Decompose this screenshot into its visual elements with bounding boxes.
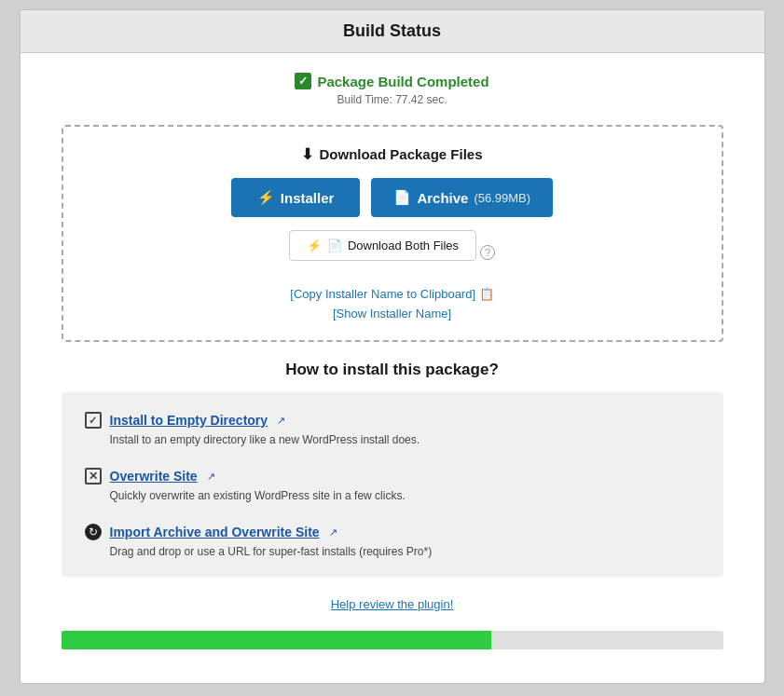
download-section-title: ⬇ Download Package Files	[82, 145, 703, 163]
progress-bar-container	[62, 631, 723, 649]
copy-link-container: [Copy Installer Name to Clipboard] 📋 [Sh…	[82, 287, 703, 321]
help-review-section: Help review the plugin!	[43, 595, 742, 612]
archive-button[interactable]: 📄 Archive (56.99MB)	[371, 178, 553, 217]
build-time-label: Build Time:	[337, 93, 392, 106]
install-option-empty-dir: ✓ Install to Empty Directory ↗ Install t…	[84, 411, 701, 446]
download-both-label: Download Both Files	[348, 239, 459, 252]
overwrite-site-label: Overwrite Site	[110, 469, 198, 484]
main-window: Build Status ✓ Package Build Completed B…	[20, 9, 765, 684]
download-both-lightning-icon: ⚡	[307, 239, 322, 252]
show-name-text: [Show Installer Name]	[333, 307, 451, 321]
title-bar: Build Status	[21, 10, 764, 53]
download-icon: ⬇	[301, 145, 313, 163]
install-option-overwrite: ✕ Overwrite Site ↗ Quickly overwrite an …	[84, 467, 701, 502]
import-archive-desc: Drag and drop or use a URL for super-fas…	[110, 545, 701, 558]
arrow-circle-icon: ↻	[84, 523, 103, 541]
show-installer-name-link[interactable]: [Show Installer Name]	[333, 307, 451, 321]
download-both-button[interactable]: ⚡ 📄 Download Both Files	[289, 230, 476, 261]
how-to-title: How to install this package?	[62, 361, 723, 379]
download-both-row: ⚡ 📄 Download Both Files ?	[82, 230, 703, 274]
archive-file-icon: 📄	[393, 189, 411, 206]
help-review-link[interactable]: Help review the plugin!	[331, 597, 454, 611]
download-section-title-text: Download Package Files	[319, 146, 482, 162]
progress-bar-fill	[62, 631, 492, 649]
help-review-text: Help review the plugin!	[331, 597, 454, 611]
box-check-icon: ✓	[84, 411, 103, 430]
build-completed: ✓ Package Build Completed	[295, 73, 488, 89]
install-empty-dir-label: Install to Empty Directory	[110, 413, 268, 428]
installer-button[interactable]: ⚡ Installer	[231, 178, 361, 217]
build-completed-label: Package Build Completed	[317, 74, 488, 89]
build-time-value: 77.42 sec.	[395, 93, 447, 106]
copy-installer-name-link[interactable]: [Copy Installer Name to Clipboard] 📋	[82, 287, 703, 301]
overwrite-site-link[interactable]: Overwrite Site	[110, 469, 198, 484]
how-to-section: How to install this package? ✓ Install t…	[62, 361, 723, 577]
copy-link-text: [Copy Installer Name to Clipboard]	[290, 287, 475, 301]
install-option-empty-dir-title: ✓ Install to Empty Directory ↗	[84, 411, 701, 430]
external-link-icon-0: ↗	[277, 415, 285, 427]
install-option-import-title: ↻ Import Archive and Overwrite Site ↗	[84, 523, 701, 541]
external-link-icon-1: ↗	[207, 471, 215, 483]
install-option-overwrite-title: ✕ Overwrite Site ↗	[84, 467, 701, 485]
external-link-icon-2: ↗	[329, 526, 337, 539]
install-option-import: ↻ Import Archive and Overwrite Site ↗ Dr…	[84, 523, 701, 558]
import-archive-link[interactable]: Import Archive and Overwrite Site	[110, 525, 320, 539]
progress-section	[43, 631, 742, 664]
build-time: Build Time: 77.42 sec.	[43, 93, 742, 106]
installer-lightning-icon: ⚡	[257, 189, 275, 206]
download-package-section: ⬇ Download Package Files ⚡ Installer 📄 A…	[62, 125, 723, 342]
install-options-container: ✓ Install to Empty Directory ↗ Install t…	[62, 392, 723, 577]
install-empty-dir-desc: Install to an empty directory like a new…	[110, 433, 701, 446]
overwrite-site-desc: Quickly overwrite an existing WordPress …	[110, 489, 701, 502]
install-empty-dir-link[interactable]: Install to Empty Directory	[110, 413, 268, 428]
archive-label: Archive	[417, 190, 468, 206]
import-archive-label: Import Archive and Overwrite Site	[110, 525, 320, 539]
clipboard-icon: 📋	[479, 287, 494, 301]
main-content: ✓ Package Build Completed Build Time: 77…	[21, 53, 764, 683]
page-title: Build Status	[35, 21, 750, 41]
download-buttons-row: ⚡ Installer 📄 Archive (56.99MB)	[82, 178, 703, 217]
archive-size: (56.99MB)	[474, 191, 530, 205]
checkmark-icon: ✓	[295, 73, 311, 89]
build-status-section: ✓ Package Build Completed Build Time: 77…	[43, 72, 742, 106]
sq-x-icon: ✕	[84, 467, 103, 485]
download-both-file-icon: 📄	[327, 239, 342, 252]
help-tooltip-icon[interactable]: ?	[480, 245, 495, 260]
installer-label: Installer	[281, 190, 335, 206]
